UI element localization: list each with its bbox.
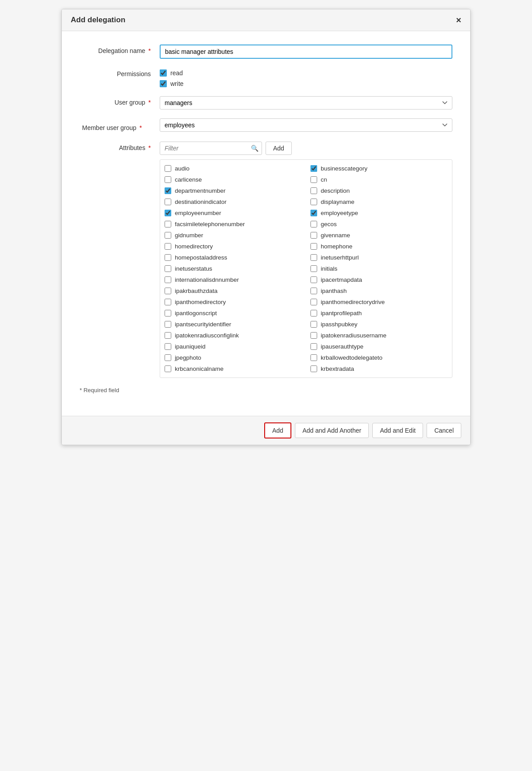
attribute-checkbox[interactable] (310, 176, 317, 183)
user-group-row: User group * managers (80, 96, 452, 110)
attribute-label: homedirectory (175, 243, 213, 250)
list-item: ipanthash (310, 287, 447, 295)
attribute-checkbox[interactable] (165, 254, 171, 261)
attribute-checkbox[interactable] (165, 343, 171, 350)
permission-read-checkbox[interactable] (160, 69, 167, 77)
attribute-label: inetuserhttpurl (321, 254, 359, 261)
member-user-group-label: Member user group * (80, 118, 160, 133)
member-user-group-row: Member user group * employees (80, 118, 452, 133)
required-star: * (149, 47, 151, 54)
add-delegation-dialog: Add delegation × Delegation name * Permi… (61, 9, 471, 445)
attribute-checkbox[interactable] (165, 199, 171, 205)
delegation-name-input[interactable] (160, 45, 452, 59)
attribute-checkbox[interactable] (165, 276, 171, 283)
attribute-checkbox[interactable] (310, 232, 317, 239)
list-item: ipanthomedirectory (165, 298, 302, 306)
attribute-checkbox[interactable] (310, 332, 317, 339)
permissions-wrapper: read write (160, 68, 452, 87)
attribute-checkbox[interactable] (165, 310, 171, 317)
filter-input-wrapper: 🔍 (160, 142, 262, 155)
permissions-checkbox-group: read write (160, 68, 452, 87)
delegation-name-row: Delegation name * (80, 45, 452, 59)
attribute-checkbox[interactable] (165, 165, 171, 172)
attribute-label: ipanthomedirectory (175, 299, 226, 305)
attribute-checkbox[interactable] (165, 299, 171, 305)
attribute-checkbox[interactable] (165, 176, 171, 183)
list-item: ipakrbauthzdata (165, 287, 302, 295)
attribute-checkbox[interactable] (165, 187, 171, 194)
attribute-checkbox[interactable] (310, 354, 317, 361)
list-item: gecos (310, 220, 447, 228)
attribute-checkbox[interactable] (310, 265, 317, 272)
attribute-label: krballowedtodelegateto (321, 354, 383, 361)
list-item: businesscategory (310, 164, 447, 173)
attribute-checkbox[interactable] (165, 288, 171, 294)
attribute-checkbox[interactable] (310, 343, 317, 350)
attribute-checkbox[interactable] (310, 165, 317, 172)
user-group-select[interactable]: managers (160, 96, 452, 110)
attribute-checkbox[interactable] (310, 365, 317, 372)
attribute-label: employeetype (321, 210, 358, 216)
list-item: ipauserauthtype (310, 342, 447, 351)
attribute-checkbox[interactable] (310, 299, 317, 305)
attribute-label: homepostaladdress (175, 254, 227, 261)
list-item: employeetype (310, 209, 447, 217)
attributes-control: 🔍 Add audiobusinesscategorycarlicensecnd… (160, 142, 452, 378)
list-item: ipantsecurityidentifier (165, 320, 302, 329)
filter-input[interactable] (160, 142, 262, 155)
attribute-label: inetuserstatus (175, 265, 212, 272)
attribute-label: ipakrbauthzdata (175, 288, 218, 294)
member-user-group-select[interactable]: employees (160, 118, 452, 132)
dialog-footer: Add Add and Add Another Add and Edit Can… (62, 416, 470, 445)
list-item: ipatokenradiusconfiglink (165, 331, 302, 340)
list-item: carlicense (165, 175, 302, 184)
attribute-checkbox[interactable] (310, 210, 317, 216)
list-item: ipantprofilepath (310, 309, 447, 317)
attributes-section: Attributes * 🔍 Add audiobusinesscategory… (80, 142, 452, 378)
filter-row: 🔍 Add (160, 142, 452, 155)
attribute-label: homephone (321, 243, 352, 250)
attributes-list-container[interactable]: audiobusinesscategorycarlicensecndepartm… (160, 159, 452, 378)
add-and-another-button[interactable]: Add and Add Another (295, 423, 369, 438)
list-item: internationalisdnnumber (165, 276, 302, 284)
attribute-checkbox[interactable] (310, 254, 317, 261)
close-button[interactable]: × (456, 16, 461, 24)
list-item: ipantlogonscript (165, 309, 302, 317)
dialog-body: Delegation name * Permissions read write (62, 31, 470, 416)
add-button[interactable]: Add (264, 422, 291, 438)
attribute-checkbox[interactable] (165, 265, 171, 272)
attribute-checkbox[interactable] (165, 221, 171, 227)
attribute-label: gidnumber (175, 232, 203, 239)
attribute-checkbox[interactable] (165, 332, 171, 339)
attribute-label: facsimiletelephonenumber (175, 221, 245, 227)
attribute-checkbox[interactable] (310, 321, 317, 328)
attribute-checkbox[interactable] (310, 221, 317, 227)
dialog-header: Add delegation × (62, 9, 470, 31)
permission-write-label: write (170, 80, 184, 87)
attribute-checkbox[interactable] (310, 276, 317, 283)
attribute-checkbox[interactable] (165, 210, 171, 216)
attribute-checkbox[interactable] (165, 354, 171, 361)
attribute-checkbox[interactable] (165, 243, 171, 250)
attribute-label: ipauniqueid (175, 343, 206, 350)
add-and-edit-button[interactable]: Add and Edit (372, 423, 423, 438)
list-item: ipasshpubkey (310, 320, 447, 329)
permission-write-checkbox[interactable] (160, 80, 167, 87)
search-icon: 🔍 (251, 145, 258, 152)
list-item: homedirectory (165, 242, 302, 251)
cancel-button[interactable]: Cancel (427, 423, 461, 438)
attribute-checkbox[interactable] (310, 199, 317, 205)
attribute-checkbox[interactable] (310, 310, 317, 317)
attribute-checkbox[interactable] (310, 243, 317, 250)
attribute-checkbox[interactable] (310, 187, 317, 194)
attribute-label: krbextradata (321, 365, 354, 372)
add-attribute-button[interactable]: Add (266, 142, 292, 155)
list-item: audio (165, 164, 302, 173)
attribute-label: initials (321, 265, 338, 272)
attribute-checkbox[interactable] (165, 232, 171, 239)
attribute-checkbox[interactable] (165, 365, 171, 372)
attribute-label: internationalisdnnumber (175, 276, 239, 283)
member-user-group-wrapper: employees (160, 118, 452, 132)
attribute-checkbox[interactable] (165, 321, 171, 328)
attribute-checkbox[interactable] (310, 288, 317, 294)
